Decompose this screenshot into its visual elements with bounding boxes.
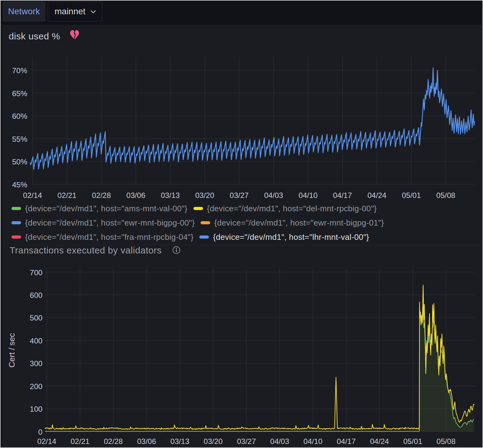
svg-text:02/14: 02/14 (23, 191, 42, 199)
svg-text:03/20: 03/20 (204, 437, 223, 446)
svg-text:04/24: 04/24 (367, 191, 386, 199)
svg-text:0: 0 (38, 428, 42, 436)
svg-text:03/06: 03/06 (126, 191, 145, 199)
svg-text:50%: 50% (12, 158, 27, 166)
svg-text:04/03: 04/03 (270, 437, 289, 446)
svg-text:02/21: 02/21 (57, 191, 76, 199)
svg-text:02/21: 02/21 (71, 437, 90, 446)
svg-text:65%: 65% (12, 89, 27, 98)
svg-text:04/10: 04/10 (304, 437, 322, 446)
svg-text:55%: 55% (12, 135, 27, 143)
svg-text:05/08: 05/08 (436, 437, 455, 446)
svg-text:05/08: 05/08 (436, 191, 455, 199)
svg-text:100: 100 (30, 405, 42, 413)
svg-text:500: 500 (30, 314, 42, 322)
svg-text:700: 700 (30, 268, 42, 277)
svg-text:02/28: 02/28 (104, 437, 123, 446)
svg-text:Cert / sec: Cert / sec (7, 333, 16, 367)
svg-text:45%: 45% (12, 181, 27, 189)
svg-text:04/03: 04/03 (264, 191, 283, 199)
svg-text:60%: 60% (12, 112, 27, 120)
svg-text:02/28: 02/28 (92, 191, 111, 199)
svg-text:03/20: 03/20 (195, 191, 214, 199)
svg-text:05/01: 05/01 (402, 191, 421, 199)
svg-text:04/24: 04/24 (370, 437, 389, 446)
svg-text:200: 200 (30, 382, 42, 391)
svg-text:03/06: 03/06 (137, 437, 156, 446)
svg-text:03/13: 03/13 (171, 437, 189, 446)
svg-text:03/27: 03/27 (230, 191, 249, 199)
svg-text:05/01: 05/01 (403, 437, 422, 446)
svg-text:600: 600 (30, 291, 42, 299)
svg-text:04/17: 04/17 (337, 437, 356, 446)
svg-text:04/17: 04/17 (333, 191, 352, 199)
svg-text:03/13: 03/13 (161, 191, 180, 199)
svg-text:03/27: 03/27 (237, 437, 256, 446)
svg-text:300: 300 (30, 359, 42, 368)
svg-text:02/14: 02/14 (37, 437, 56, 446)
svg-text:04/10: 04/10 (299, 191, 317, 199)
svg-text:400: 400 (30, 337, 42, 345)
svg-text:70%: 70% (12, 66, 27, 75)
